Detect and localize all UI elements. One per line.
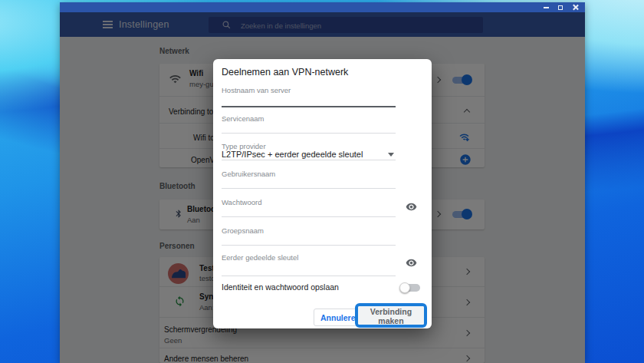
hostname-underline xyxy=(222,106,396,107)
service-underline xyxy=(222,133,396,134)
hostname-input[interactable] xyxy=(222,94,396,105)
minimize-button[interactable] xyxy=(540,3,551,12)
maximize-button[interactable] xyxy=(555,3,566,12)
dropdown-caret-icon xyxy=(388,153,394,157)
provider-select[interactable]: L2TP/IPsec + eerder gedeelde sleutel xyxy=(222,150,363,159)
save-identity-toggle[interactable] xyxy=(401,284,420,292)
service-input[interactable] xyxy=(222,122,396,133)
vpn-dialog: Deelnemen aan VPN-netwerk Hostnaam van s… xyxy=(213,59,432,328)
password-input[interactable] xyxy=(222,206,396,216)
psk-underline xyxy=(222,276,396,276)
group-underline xyxy=(222,245,396,246)
group-input[interactable] xyxy=(222,234,396,245)
password-underline xyxy=(222,216,396,217)
maximize-icon xyxy=(558,5,563,10)
username-input[interactable] xyxy=(222,177,396,188)
connect-button[interactable]: Verbinding maken xyxy=(358,306,424,325)
close-icon xyxy=(572,4,579,11)
username-underline xyxy=(222,188,396,189)
highlight-annotation-box: Verbinding maken xyxy=(355,303,427,328)
psk-input[interactable] xyxy=(222,261,396,272)
dialog-title: Deelnemen aan VPN-netwerk xyxy=(222,67,348,78)
psk-visibility-icon[interactable] xyxy=(406,257,417,269)
close-button[interactable] xyxy=(570,3,580,12)
minimize-icon xyxy=(544,7,549,8)
screen: Instellingen Netwerk Wifi mey-gue xyxy=(0,0,644,363)
window-titlebar xyxy=(60,2,585,12)
password-visibility-icon[interactable] xyxy=(406,201,417,213)
hostname-label: Hostnaam van server xyxy=(222,86,291,94)
save-identity-label: Identiteit en wachtwoord opslaan xyxy=(222,282,339,292)
provider-underline xyxy=(222,160,396,160)
